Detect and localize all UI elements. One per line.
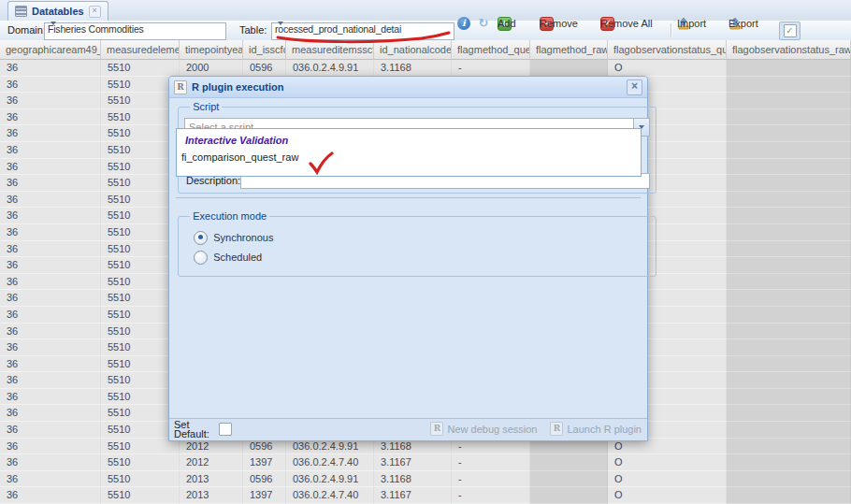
table-cell[interactable]: 36 — [0, 439, 101, 455]
table-cell[interactable]: 36 — [0, 405, 101, 422]
table-cell[interactable]: 36 — [0, 93, 101, 109]
table-cell[interactable] — [727, 175, 851, 192]
table-cell[interactable] — [727, 372, 851, 389]
table-cell[interactable]: 2013 — [180, 487, 243, 504]
table-cell[interactable]: 36 — [0, 257, 101, 274]
table-cell[interactable]: - — [452, 487, 530, 504]
column-header[interactable]: measuredelement — [101, 40, 180, 60]
table-cell[interactable]: 0596 — [243, 471, 286, 488]
table-cell[interactable] — [727, 324, 851, 340]
table-cell[interactable]: 036.0.2.4.7.40 — [286, 487, 374, 504]
table-cell[interactable]: O — [608, 454, 727, 471]
column-header[interactable]: id_nationalcode — [374, 40, 452, 60]
domain-combo[interactable] — [44, 22, 226, 40]
table-cell[interactable]: 36 — [0, 389, 101, 406]
table-cell[interactable]: 0596 — [243, 60, 286, 77]
table-cell[interactable] — [727, 454, 851, 471]
table-cell[interactable] — [727, 471, 851, 488]
table-cell[interactable]: O — [608, 487, 727, 504]
table-cell[interactable] — [727, 93, 851, 109]
column-header[interactable]: flagmethod_quest — [452, 40, 530, 60]
table-cell[interactable] — [727, 274, 851, 291]
table-cell[interactable] — [530, 487, 608, 504]
table-row[interactable]: 36551020130596036.0.2.4.9.913.1168-O — [0, 471, 851, 488]
table-cell[interactable]: 3.1167 — [374, 487, 452, 504]
table-cell[interactable]: 36 — [0, 372, 101, 389]
table-cell[interactable]: 36 — [0, 159, 101, 176]
table-row[interactable]: 36551020121397036.0.2.4.7.403.1167-O — [0, 454, 851, 471]
table-cell[interactable]: 036.0.2.4.7.40 — [286, 454, 374, 471]
table-cell[interactable]: 36 — [0, 142, 101, 159]
table-cell[interactable]: 2012 — [180, 454, 243, 471]
table-cell[interactable] — [727, 109, 851, 126]
table-cell[interactable]: 36 — [0, 307, 101, 324]
table-cell[interactable]: 36 — [0, 290, 101, 307]
table-cell[interactable] — [727, 159, 851, 176]
table-cell[interactable]: 5510 — [101, 60, 180, 77]
table-cell[interactable]: 1397 — [243, 454, 286, 471]
table-cell[interactable]: 36 — [0, 422, 101, 439]
table-cell[interactable]: 36 — [0, 175, 101, 192]
tab-close-icon[interactable]: × — [89, 6, 101, 18]
table-cell[interactable] — [727, 192, 851, 209]
table-cell[interactable] — [530, 454, 608, 471]
table-cell[interactable]: 3.1168 — [374, 471, 452, 488]
table-cell[interactable]: 36 — [0, 77, 101, 94]
table-cell[interactable] — [530, 471, 608, 488]
domain-combo-input[interactable] — [45, 23, 177, 35]
table-cell[interactable]: O — [608, 60, 727, 77]
table-cell[interactable]: 1397 — [243, 487, 286, 504]
column-header[interactable]: flagobservationstatus_raw — [727, 40, 851, 60]
table-cell[interactable]: 5510 — [101, 487, 180, 504]
column-header[interactable]: timepointyears — [180, 40, 243, 60]
table-cell[interactable] — [727, 208, 851, 224]
table-cell[interactable]: O — [608, 471, 727, 488]
table-cell[interactable] — [727, 339, 851, 356]
radio-synchronous[interactable]: Synchronous — [194, 231, 647, 245]
table-cell[interactable] — [727, 487, 851, 504]
table-cell[interactable] — [727, 307, 851, 324]
table-cell[interactable]: 36 — [0, 241, 101, 258]
column-header[interactable]: flagobservationstatus_quest — [608, 40, 727, 60]
table-cell[interactable] — [727, 405, 851, 422]
table-cell[interactable]: 36 — [0, 324, 101, 340]
table-cell[interactable] — [727, 241, 851, 258]
radio-scheduled[interactable]: Scheduled — [194, 251, 647, 265]
table-cell[interactable]: 36 — [0, 274, 101, 291]
window-close-icon[interactable]: × — [627, 79, 642, 95]
table-cell[interactable]: 36 — [0, 471, 101, 488]
table-cell[interactable] — [727, 356, 851, 373]
launch-r-plugin-button[interactable]: R Launch R plugin — [550, 422, 642, 436]
table-cell[interactable]: 36 — [0, 208, 101, 224]
table-cell[interactable]: 36 — [0, 487, 101, 504]
table-cell[interactable] — [530, 60, 608, 77]
table-cell[interactable]: - — [452, 454, 530, 471]
table-cell[interactable]: 3.1168 — [374, 60, 452, 77]
table-cell[interactable]: 036.0.2.4.9.91 — [286, 60, 374, 77]
table-cell[interactable]: 036.0.2.4.9.91 — [286, 471, 374, 488]
column-header[interactable]: measureditemsscfc — [286, 40, 374, 60]
radio-unselected-icon[interactable] — [194, 251, 208, 265]
dropdown-item-fi-comparison[interactable]: fi_comparison_quest_raw — [177, 146, 641, 163]
table-cell[interactable] — [727, 290, 851, 307]
new-debug-session-button[interactable]: R New debug session — [430, 422, 537, 436]
table-cell[interactable]: 3.1167 — [374, 454, 452, 471]
table-cell[interactable]: 36 — [0, 192, 101, 209]
table-cell[interactable] — [727, 142, 851, 159]
set-default-checkbox[interactable] — [219, 423, 232, 436]
table-row[interactable]: 36551020000596036.0.2.4.9.913.1168-O — [0, 60, 851, 77]
table-cell[interactable] — [727, 224, 851, 241]
radio-selected-icon[interactable] — [194, 231, 208, 245]
tab-datatables[interactable]: Datatables × — [7, 1, 108, 21]
table-cell[interactable] — [727, 439, 851, 455]
table-cell[interactable]: 36 — [0, 109, 101, 126]
table-cell[interactable]: 36 — [0, 125, 101, 142]
table-row[interactable]: 36551020131397036.0.2.4.7.403.1167-O — [0, 487, 851, 504]
table-cell[interactable]: 36 — [0, 356, 101, 373]
table-cell[interactable]: 5510 — [101, 454, 180, 471]
column-header[interactable]: id_isscfc — [243, 40, 286, 60]
column-toggle-button[interactable]: ✓ — [779, 22, 801, 40]
table-cell[interactable]: - — [452, 471, 530, 488]
table-cell[interactable] — [727, 60, 851, 77]
table-cell[interactable]: - — [452, 60, 530, 77]
